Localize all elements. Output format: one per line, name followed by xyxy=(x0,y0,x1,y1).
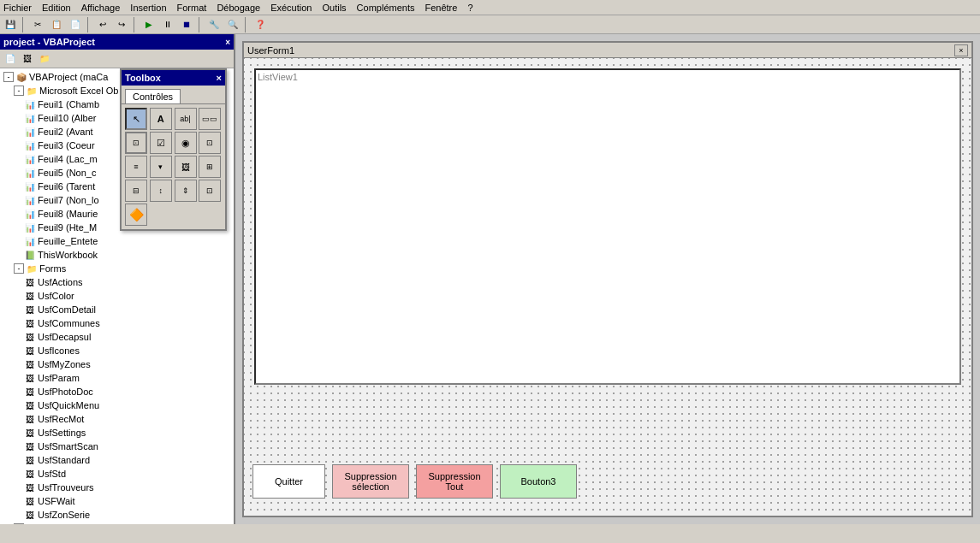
tool-extra[interactable]: 🔶 xyxy=(125,204,147,226)
forms-expand[interactable]: - xyxy=(14,263,24,274)
toolbar-browse[interactable]: 🔍 xyxy=(224,17,241,32)
userform-body[interactable]: ListView1 Quitter Suppressionsélection S… xyxy=(244,58,971,516)
menu-item-insertion[interactable]: Insertion xyxy=(130,3,166,13)
tool-refbutton[interactable]: ⊡ xyxy=(199,180,221,202)
menu-item-outils[interactable]: Outils xyxy=(322,3,346,13)
toolbox-tab-controles[interactable]: Contrôles xyxy=(125,89,181,103)
form-icon-1: 🖼 xyxy=(24,276,36,288)
root-expand-icon[interactable]: - xyxy=(3,72,14,82)
tree-item-usfsettings[interactable]: 🖼 UsfSettings xyxy=(2,426,232,440)
tool-listbox[interactable]: ≡ xyxy=(125,156,147,178)
toolbar-help[interactable]: ❓ xyxy=(252,17,269,32)
form-icon-18: 🖼 xyxy=(24,509,36,521)
tree-item-usfwait[interactable]: 🖼 USFWait xyxy=(2,494,232,508)
toolbar-1: 💾 ✂ 📋 📄 ↩ ↪ ▶ ⏸ ⏹ 🔧 🔍 ❓ xyxy=(0,15,980,34)
tree-item-usfmyzones[interactable]: 🖼 UsfMyZones xyxy=(2,357,232,371)
tree-item-usfzonserie[interactable]: 🖼 UsfZonSerie xyxy=(2,508,232,522)
tree-item-usfcommunes[interactable]: 🖼 UsfCommunes xyxy=(2,316,232,330)
form-icon-13: 🖼 xyxy=(24,440,36,452)
view-code-btn[interactable]: 📄 xyxy=(2,51,19,67)
feuil9-label: Feuil9 (Hte_M xyxy=(38,222,97,233)
tree-item-usfphotodoc[interactable]: 🖼 UsfPhotoDoc xyxy=(2,385,232,398)
menu-item-fichier[interactable]: Fichier xyxy=(3,3,32,13)
tool-image[interactable]: 🖼 xyxy=(175,156,197,178)
toolbar-save[interactable]: 💾 xyxy=(2,17,19,32)
feuil8-label: Feuil8 (Maurie xyxy=(38,209,98,219)
excel-objects-expand[interactable]: - xyxy=(14,86,24,96)
tool-commandbutton[interactable]: ⊡ xyxy=(125,132,147,154)
tool-combobox[interactable]: ▾ xyxy=(150,156,172,178)
tool-optionbutton[interactable]: ◉ xyxy=(175,132,197,154)
usfdecapsul-label: UsfDecapsul xyxy=(38,332,91,342)
tree-modules[interactable]: + 📁 Modules xyxy=(2,522,232,524)
toolbar-paste[interactable]: 📄 xyxy=(67,17,84,32)
toolbar-design[interactable]: 🔧 xyxy=(205,17,223,32)
menu-item-complements[interactable]: Compléments xyxy=(357,3,415,13)
project-explorer-title: project - VBAProject xyxy=(3,37,95,47)
toolbox-close[interactable]: × xyxy=(217,73,222,83)
modules-expand[interactable]: + xyxy=(14,523,24,524)
tool-scrollbar[interactable]: ↕ xyxy=(150,180,172,202)
sheet-icon: 📊 xyxy=(24,98,36,110)
suppress-selection-button[interactable]: Suppressionsélection xyxy=(332,464,409,499)
tree-item-usfquickmenu[interactable]: 🖼 UsfQuickMenu xyxy=(2,398,232,412)
sheet-icon-2: 📊 xyxy=(24,112,36,124)
tree-item-thisworkbook[interactable]: 📗 ThisWorkbook xyxy=(2,248,232,262)
tree-forms[interactable]: - 📁 Forms xyxy=(2,262,232,275)
tree-item-usfstandard[interactable]: 🖼 UsfStandard xyxy=(2,453,232,467)
menu-item-help[interactable]: ? xyxy=(467,3,472,13)
toolbar-redo[interactable]: ↪ xyxy=(113,17,130,32)
toolbar-cut[interactable]: ✂ xyxy=(29,17,46,32)
sheet-icon-9: 📊 xyxy=(24,208,36,220)
sheet-icon-11: 📊 xyxy=(24,235,36,247)
bouton3-button[interactable]: Bouton3 xyxy=(500,464,577,499)
project-explorer-close[interactable]: × xyxy=(225,38,230,47)
suppress-all-button[interactable]: SuppressionTout xyxy=(416,464,493,499)
toolbar-copy[interactable]: 📋 xyxy=(48,17,65,32)
tree-item-usfstd[interactable]: 🖼 UsfStd xyxy=(2,467,232,481)
toggle-folders-btn[interactable]: 📁 xyxy=(36,51,53,67)
toolbar-run[interactable]: ▶ xyxy=(140,17,157,32)
listview-control[interactable]: ListView1 xyxy=(254,68,961,385)
usftrouveurs-label: UsfTrouveurs xyxy=(38,482,94,493)
form-icon-7: 🖼 xyxy=(24,358,36,370)
toolbar-pause[interactable]: ⏸ xyxy=(159,17,176,32)
feuil6-label: Feuil6 (Tarent xyxy=(38,181,95,192)
menu-item-format[interactable]: Format xyxy=(177,3,207,13)
tree-item-usfdecapsul[interactable]: 🖼 UsfDecapsul xyxy=(2,330,232,344)
userform-close-button[interactable]: × xyxy=(954,44,968,56)
tree-item-feuille-entete[interactable]: 📊 Feuille_Entete xyxy=(2,234,232,248)
menu-item-edition[interactable]: Edition xyxy=(42,3,71,13)
tool-multipage[interactable]: ⊞ xyxy=(199,156,221,178)
tree-item-usftrouveurs[interactable]: 🖼 UsfTrouveurs xyxy=(2,481,232,494)
tree-item-usfparam[interactable]: 🖼 UsfParam xyxy=(2,371,232,385)
tool-tabstrip[interactable]: ⊟ xyxy=(125,180,147,202)
quit-button[interactable]: Quitter xyxy=(252,464,325,499)
toolbar-undo[interactable]: ↩ xyxy=(94,17,111,32)
menu-item-execution[interactable]: Exécution xyxy=(270,3,312,13)
tree-item-usfrecmot[interactable]: 🖼 UsfRecMot xyxy=(2,412,232,426)
tree-item-usficones[interactable]: 🖼 UsfIcones xyxy=(2,344,232,357)
tool-textbox[interactable]: ab| xyxy=(175,108,197,130)
toolbar-stop[interactable]: ⏹ xyxy=(178,17,195,32)
tool-label[interactable]: A xyxy=(150,108,172,130)
tree-item-usfactions[interactable]: 🖼 UsfActions xyxy=(2,275,232,289)
tool-checkbox[interactable]: ☑ xyxy=(150,132,172,154)
toolbox-grid: ↖ A ab| ▭▭ ⊡ ☑ ◉ ⊡ ≡ ▾ 🖼 ⊞ ⊟ ↕ ⇕ ⊡ 🔶 xyxy=(122,104,225,229)
tool-pointer[interactable]: ↖ xyxy=(125,108,147,130)
menu-item-debogage[interactable]: Débogage xyxy=(217,3,260,13)
form-icon-6: 🖼 xyxy=(24,345,36,357)
feuil4-label: Feuil4 (Lac_m xyxy=(38,154,98,164)
view-object-btn[interactable]: 🖼 xyxy=(19,51,36,67)
usfmyzones-label: UsfMyZones xyxy=(38,359,91,369)
toolbar-sep-3 xyxy=(134,17,137,32)
tree-item-usfcolor[interactable]: 🖼 UsfColor xyxy=(2,289,232,303)
tool-togglebutton[interactable]: ⊡ xyxy=(199,132,221,154)
menu-item-affichage[interactable]: Affichage xyxy=(81,3,121,13)
tree-item-usfsmartcan[interactable]: 🖼 UsfSmartScan xyxy=(2,440,232,453)
tool-frame[interactable]: ▭▭ xyxy=(199,108,221,130)
menu-item-fenetre[interactable]: Fenêtre xyxy=(425,3,457,13)
feuil5-label: Feuil5 (Non_c xyxy=(38,168,96,178)
tree-item-usfcomdetail[interactable]: 🖼 UsfComDetail xyxy=(2,303,232,316)
tool-spinbutton[interactable]: ⇕ xyxy=(175,180,197,202)
